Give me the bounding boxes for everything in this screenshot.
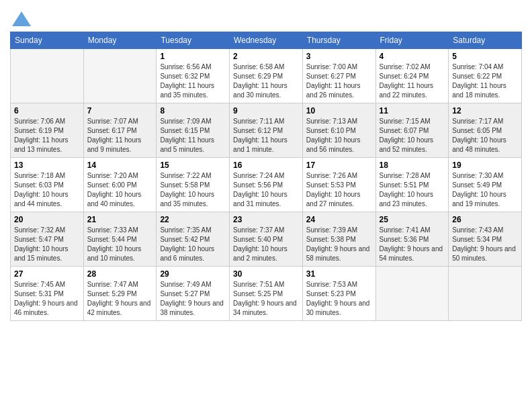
day-number: 12 [452, 106, 518, 116]
calendar-cell: 30Sunrise: 7:51 AMSunset: 5:25 PMDayligh… [230, 267, 303, 321]
day-info: Sunrise: 7:11 AMSunset: 6:12 PMDaylight:… [233, 117, 299, 154]
calendar-cell: 2Sunrise: 6:58 AMSunset: 6:29 PMDaylight… [230, 49, 303, 103]
weekday-header-thursday: Thursday [302, 32, 375, 49]
day-info: Sunrise: 7:18 AMSunset: 6:03 PMDaylight:… [14, 171, 80, 209]
day-info: Sunrise: 7:06 AMSunset: 6:19 PMDaylight:… [14, 117, 80, 154]
day-info: Sunrise: 7:37 AMSunset: 5:40 PMDaylight:… [233, 226, 299, 263]
weekday-header-friday: Friday [375, 32, 449, 49]
day-info: Sunrise: 7:28 AMSunset: 5:51 PMDaylight:… [380, 171, 445, 209]
week-row-5: 27Sunrise: 7:45 AMSunset: 5:31 PMDayligh… [11, 267, 522, 321]
calendar-cell [11, 49, 84, 103]
day-info: Sunrise: 6:56 AMSunset: 6:32 PMDaylight:… [160, 62, 226, 100]
day-info: Sunrise: 7:39 AMSunset: 5:38 PMDaylight:… [306, 226, 372, 263]
week-row-1: 1Sunrise: 6:56 AMSunset: 6:32 PMDaylight… [11, 49, 522, 103]
calendar-cell: 12Sunrise: 7:17 AMSunset: 6:05 PMDayligh… [449, 103, 522, 158]
logo [10, 10, 31, 26]
day-info: Sunrise: 7:53 AMSunset: 5:23 PMDaylight:… [306, 280, 372, 318]
calendar-cell: 14Sunrise: 7:20 AMSunset: 6:00 PMDayligh… [83, 158, 157, 212]
calendar-cell: 15Sunrise: 7:22 AMSunset: 5:58 PMDayligh… [157, 158, 230, 212]
weekday-header-tuesday: Tuesday [157, 32, 230, 49]
day-number: 24 [306, 215, 372, 224]
day-number: 10 [306, 106, 372, 116]
day-info: Sunrise: 7:02 AMSunset: 6:24 PMDaylight:… [380, 62, 445, 100]
day-number: 16 [233, 161, 299, 170]
day-info: Sunrise: 7:51 AMSunset: 5:25 PMDaylight:… [233, 280, 299, 318]
weekday-header-monday: Monday [83, 32, 157, 49]
day-info: Sunrise: 7:15 AMSunset: 6:07 PMDaylight:… [380, 117, 445, 154]
calendar: SundayMondayTuesdayWednesdayThursdayFrid… [10, 32, 522, 321]
day-info: Sunrise: 6:58 AMSunset: 6:29 PMDaylight:… [233, 62, 299, 100]
calendar-cell: 25Sunrise: 7:41 AMSunset: 5:36 PMDayligh… [375, 212, 449, 267]
calendar-cell: 20Sunrise: 7:32 AMSunset: 5:47 PMDayligh… [11, 212, 84, 267]
calendar-cell: 22Sunrise: 7:35 AMSunset: 5:42 PMDayligh… [157, 212, 230, 267]
calendar-cell [449, 267, 522, 321]
day-number: 18 [380, 161, 445, 170]
day-info: Sunrise: 7:07 AMSunset: 6:17 PMDaylight:… [87, 117, 153, 154]
day-number: 27 [14, 269, 80, 279]
calendar-cell: 1Sunrise: 6:56 AMSunset: 6:32 PMDaylight… [157, 49, 230, 103]
day-info: Sunrise: 7:45 AMSunset: 5:31 PMDaylight:… [14, 280, 80, 318]
day-number: 3 [306, 52, 372, 61]
day-number: 29 [160, 269, 226, 279]
calendar-cell: 28Sunrise: 7:47 AMSunset: 5:29 PMDayligh… [83, 267, 157, 321]
day-number: 17 [306, 161, 372, 170]
day-number: 22 [160, 215, 226, 224]
day-number: 23 [233, 215, 299, 224]
day-number: 28 [87, 269, 153, 279]
day-number: 7 [87, 106, 153, 116]
weekday-header-sunday: Sunday [11, 32, 84, 49]
day-info: Sunrise: 7:24 AMSunset: 5:56 PMDaylight:… [233, 171, 299, 209]
day-number: 6 [14, 106, 80, 116]
day-info: Sunrise: 7:33 AMSunset: 5:44 PMDaylight:… [87, 226, 153, 263]
calendar-cell: 8Sunrise: 7:09 AMSunset: 6:15 PMDaylight… [157, 103, 230, 158]
week-row-3: 13Sunrise: 7:18 AMSunset: 6:03 PMDayligh… [11, 158, 522, 212]
day-number: 13 [14, 161, 80, 170]
day-info: Sunrise: 7:41 AMSunset: 5:36 PMDaylight:… [380, 226, 445, 263]
calendar-cell: 3Sunrise: 7:00 AMSunset: 6:27 PMDaylight… [302, 49, 375, 103]
calendar-cell: 5Sunrise: 7:04 AMSunset: 6:22 PMDaylight… [449, 49, 522, 103]
day-number: 15 [160, 161, 226, 170]
calendar-cell: 13Sunrise: 7:18 AMSunset: 6:03 PMDayligh… [11, 158, 84, 212]
weekday-header-saturday: Saturday [449, 32, 522, 49]
day-number: 21 [87, 215, 153, 224]
calendar-cell: 17Sunrise: 7:26 AMSunset: 5:53 PMDayligh… [302, 158, 375, 212]
day-number: 1 [160, 52, 226, 61]
day-number: 31 [306, 269, 372, 279]
day-number: 19 [452, 161, 518, 170]
calendar-cell [83, 49, 157, 103]
calendar-cell: 7Sunrise: 7:07 AMSunset: 6:17 PMDaylight… [83, 103, 157, 158]
week-row-2: 6Sunrise: 7:06 AMSunset: 6:19 PMDaylight… [11, 103, 522, 158]
day-number: 26 [452, 215, 518, 224]
calendar-cell: 26Sunrise: 7:43 AMSunset: 5:34 PMDayligh… [449, 212, 522, 267]
calendar-cell [375, 267, 449, 321]
day-info: Sunrise: 7:47 AMSunset: 5:29 PMDaylight:… [87, 280, 153, 318]
day-number: 4 [380, 52, 445, 61]
day-number: 11 [380, 106, 445, 116]
day-info: Sunrise: 7:13 AMSunset: 6:10 PMDaylight:… [306, 117, 372, 154]
calendar-cell: 29Sunrise: 7:49 AMSunset: 5:27 PMDayligh… [157, 267, 230, 321]
day-number: 5 [452, 52, 518, 61]
calendar-cell: 11Sunrise: 7:15 AMSunset: 6:07 PMDayligh… [375, 103, 449, 158]
day-number: 2 [233, 52, 299, 61]
day-number: 8 [160, 106, 226, 116]
weekday-header-wednesday: Wednesday [230, 32, 303, 49]
week-row-4: 20Sunrise: 7:32 AMSunset: 5:47 PMDayligh… [11, 212, 522, 267]
calendar-cell: 9Sunrise: 7:11 AMSunset: 6:12 PMDaylight… [230, 103, 303, 158]
calendar-cell: 4Sunrise: 7:02 AMSunset: 6:24 PMDaylight… [375, 49, 449, 103]
calendar-cell: 16Sunrise: 7:24 AMSunset: 5:56 PMDayligh… [230, 158, 303, 212]
calendar-cell: 19Sunrise: 7:30 AMSunset: 5:49 PMDayligh… [449, 158, 522, 212]
calendar-cell: 31Sunrise: 7:53 AMSunset: 5:23 PMDayligh… [302, 267, 375, 321]
day-info: Sunrise: 7:17 AMSunset: 6:05 PMDaylight:… [452, 117, 518, 154]
calendar-cell: 24Sunrise: 7:39 AMSunset: 5:38 PMDayligh… [302, 212, 375, 267]
calendar-cell: 6Sunrise: 7:06 AMSunset: 6:19 PMDaylight… [11, 103, 84, 158]
day-info: Sunrise: 7:00 AMSunset: 6:27 PMDaylight:… [306, 62, 372, 100]
weekday-header-row: SundayMondayTuesdayWednesdayThursdayFrid… [11, 32, 522, 49]
calendar-cell: 18Sunrise: 7:28 AMSunset: 5:51 PMDayligh… [375, 158, 449, 212]
logo-icon [12, 11, 31, 26]
day-number: 14 [87, 161, 153, 170]
header [10, 7, 522, 26]
calendar-cell: 23Sunrise: 7:37 AMSunset: 5:40 PMDayligh… [230, 212, 303, 267]
day-info: Sunrise: 7:35 AMSunset: 5:42 PMDaylight:… [160, 226, 226, 263]
day-info: Sunrise: 7:20 AMSunset: 6:00 PMDaylight:… [87, 171, 153, 209]
day-info: Sunrise: 7:04 AMSunset: 6:22 PMDaylight:… [452, 62, 518, 100]
